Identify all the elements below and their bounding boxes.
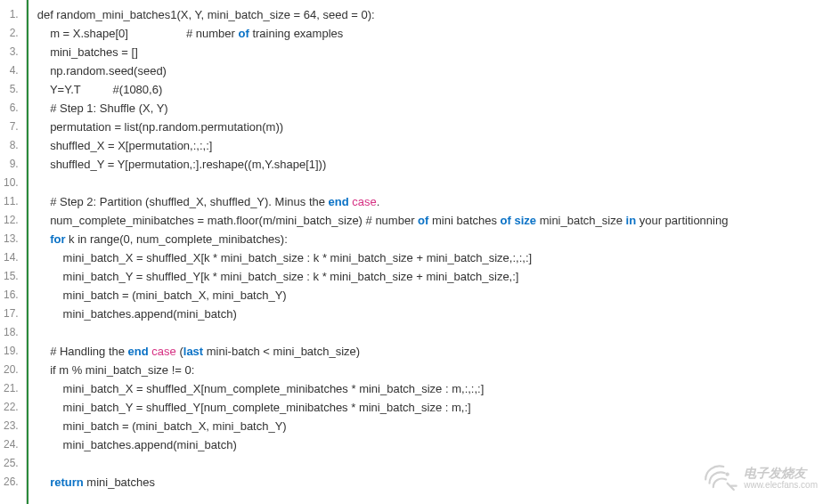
line-number: 2. — [4, 24, 19, 43]
line-number: 21. — [4, 379, 19, 398]
keyword: of — [501, 214, 511, 227]
line-number: 26. — [4, 473, 19, 492]
code-line: # Step 1: Shuffle (X, Y) — [37, 99, 823, 118]
keyword: for — [50, 232, 65, 246]
keyword: last — [183, 345, 203, 358]
code-line: return mini_batches — [37, 473, 823, 492]
line-number: 8. — [4, 136, 19, 155]
code-line: # Handling the end case (last mini-batch… — [37, 342, 823, 361]
line-number: 6. — [4, 99, 19, 118]
code-line — [37, 323, 823, 342]
code-line: shuffled_Y = Y[permutation,:].reshape((m… — [37, 155, 823, 174]
line-number: 20. — [4, 361, 19, 379]
line-number: 3. — [4, 43, 19, 61]
code-line: def random_mini_batches1(X, Y, mini_batc… — [37, 5, 823, 24]
code-line: Y=Y.T #(1080,6) — [37, 80, 823, 99]
code-line — [37, 454, 823, 473]
code-block: 1.2.3.4.5.6.7.8.9.10.11.12.13.14.15.16.1… — [0, 0, 823, 504]
code-line — [37, 174, 823, 192]
code-line: for k in range(0, num_complete_minibatch… — [37, 230, 823, 248]
code-line: mini_batches.append(mini_batch) — [37, 435, 823, 454]
line-number: 5. — [4, 80, 19, 99]
line-number: 16. — [4, 286, 19, 305]
line-number: 15. — [4, 267, 19, 286]
line-number: 11. — [4, 192, 19, 211]
line-number: 19. — [4, 342, 19, 361]
keyword: end — [329, 195, 349, 208]
code-line: mini_batch_Y = shuffled_Y[num_complete_m… — [37, 398, 823, 417]
line-number: 25. — [4, 454, 19, 473]
code-line: mini_batch_X = shuffled_X[k * mini_batch… — [37, 248, 823, 267]
code-line: mini_batches.append(mini_batch) — [37, 305, 823, 323]
line-number: 9. — [4, 155, 19, 174]
keyword: case — [352, 195, 376, 208]
line-number: 13. — [4, 230, 19, 248]
code-line: num_complete_minibatches = math.floor(m/… — [37, 211, 823, 230]
keyword: in — [626, 214, 637, 227]
code-line: np.random.seed(seed) — [37, 61, 823, 80]
keyword: end — [128, 345, 149, 358]
line-number: 22. — [4, 398, 19, 417]
line-number: 23. — [4, 417, 19, 435]
keyword: of — [239, 27, 249, 40]
line-number: 1. — [4, 5, 19, 24]
keyword: size — [514, 214, 536, 227]
code-line: mini_batch_X = shuffled_X[num_complete_m… — [37, 379, 823, 398]
keyword: of — [418, 214, 428, 227]
line-number: 4. — [4, 61, 19, 80]
code-line: mini_batch = (mini_batch_X, mini_batch_Y… — [37, 286, 823, 305]
line-number: 7. — [4, 118, 19, 136]
code-line: # Step 2: Partition (shuffled_X, shuffle… — [37, 192, 823, 211]
line-number: 10. — [4, 174, 19, 192]
keyword: case — [151, 345, 175, 358]
line-number: 14. — [4, 248, 19, 267]
line-number: 17. — [4, 305, 19, 323]
line-number: 24. — [4, 435, 19, 454]
line-number: 18. — [4, 323, 19, 342]
code-line: mini_batches = [] — [37, 43, 823, 61]
code-line: mini_batch = (mini_batch_X, mini_batch_Y… — [37, 417, 823, 435]
line-number-gutter: 1.2.3.4.5.6.7.8.9.10.11.12.13.14.15.16.1… — [0, 0, 27, 504]
line-number: 12. — [4, 211, 19, 230]
code-area: def random_mini_batches1(X, Y, mini_batc… — [27, 0, 823, 504]
code-line: permutation = list(np.random.permutation… — [37, 118, 823, 136]
code-line: if m % mini_batch_size != 0: — [37, 361, 823, 379]
code-line: shuffled_X = X[permutation,:,:,:] — [37, 136, 823, 155]
code-line: mini_batch_Y = shuffled_Y[k * mini_batch… — [37, 267, 823, 286]
code-line: m = X.shape[0] # number of training exam… — [37, 24, 823, 43]
keyword: return — [50, 476, 84, 489]
